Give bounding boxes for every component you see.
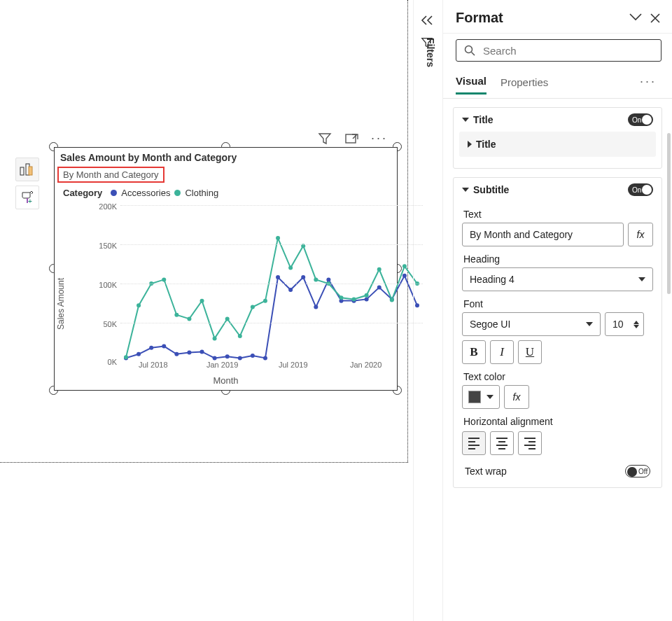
format-scrollbar[interactable] [665,133,671,616]
chevron-down-icon [486,395,493,399]
svg-point-51 [402,264,407,268]
collapse-pane-icon[interactable] [629,13,643,24]
svg-point-34 [187,316,191,321]
legend-series-accessories: Accessories [121,188,170,198]
svg-point-6 [136,352,141,356]
text-color-label: Text color [463,371,652,382]
svg-point-42 [288,266,293,270]
visual-type-button[interactable] [15,158,39,181]
title-inner-label: Title [476,139,496,150]
svg-point-32 [162,277,166,281]
text-wrap-toggle[interactable]: Off [625,465,650,477]
subtitle-heading-label: Heading [463,253,652,265]
svg-point-40 [263,299,267,303]
chevron-down-icon [462,118,469,122]
filter-icon[interactable] [318,132,332,146]
search-input-wrapper[interactable] [456,39,662,62]
svg-text:+: + [28,197,32,204]
svg-point-12 [213,356,217,360]
y-tick-2: 100K [99,281,117,289]
svg-point-37 [225,316,230,321]
text-color-fx-button[interactable]: fx [504,385,529,409]
svg-point-9 [174,352,178,356]
svg-point-44 [314,277,318,281]
text-color-picker[interactable] [462,385,500,409]
y-tick-1: 150K [99,242,117,250]
chart-visual[interactable]: Sales Amount by Month and Category By Mo… [54,147,398,391]
filters-pane-collapsed: Filters [413,0,441,621]
color-swatch [468,391,481,403]
svg-point-27 [402,274,407,278]
close-pane-icon[interactable] [650,13,661,24]
subtitle-heading-select[interactable]: Heading 4 [462,267,653,291]
tab-visual[interactable]: Visual [456,75,486,95]
svg-point-33 [174,313,178,317]
subtitle-text-fx-button[interactable]: fx [628,223,653,246]
svg-point-7 [149,346,153,350]
svg-point-25 [377,286,382,290]
svg-point-14 [238,356,242,360]
legend-marker-clothing [174,190,181,196]
x-axis-label: Month [213,375,238,386]
svg-rect-0 [20,167,24,175]
format-pane-header: Format [443,0,672,34]
format-paint-button[interactable]: + [15,186,39,209]
search-input[interactable] [482,44,654,57]
chart-legend: Category Accessories Clothing [63,188,218,198]
filters-expand-button[interactable] [419,14,435,27]
legend-marker-accessories [111,190,117,196]
svg-point-21 [326,277,330,281]
subtitle-toggle[interactable]: On [628,183,653,196]
search-icon [463,44,476,57]
subtitle-section: Subtitle On Text By Month and Category f… [453,177,662,488]
align-right-button[interactable] [518,431,542,455]
chevron-down-icon [638,277,645,281]
italic-button[interactable]: I [490,340,514,364]
svg-point-29 [124,355,128,359]
title-section: Title On Title [453,107,662,169]
bold-button[interactable]: B [462,340,486,364]
focus-mode-icon[interactable] [344,132,358,146]
chevron-down-icon [462,188,469,192]
tabs-more-icon[interactable]: ··· [640,74,657,89]
underline-button[interactable]: U [518,340,542,364]
title-inner-section[interactable]: Title [459,132,656,157]
tab-properties[interactable]: Properties [500,76,548,94]
svg-point-47 [352,297,356,301]
svg-point-36 [213,336,217,340]
svg-point-15 [251,354,255,358]
y-axis-label: Sales Amount [56,278,66,330]
align-center-button[interactable] [490,431,514,455]
visual-edit-toolbar: + [15,158,39,209]
svg-rect-2 [29,167,32,175]
y-tick-0: 200K [99,202,117,211]
font-size-stepper[interactable]: 10 [605,312,644,336]
subtitle-text-input[interactable]: By Month and Category [462,223,624,246]
title-section-header[interactable]: Title On [454,108,662,132]
svg-point-48 [365,293,369,298]
horiz-align-label: Horizontal alignment [463,416,652,427]
more-options-icon[interactable]: ··· [371,131,388,146]
svg-point-13 [225,354,230,358]
svg-point-24 [365,297,369,301]
text-wrap-label: Text wrap [465,466,507,477]
svg-point-50 [390,298,394,302]
legend-label: Category [63,188,102,198]
subtitle-section-label: Subtitle [473,184,509,195]
format-tabs: Visual Properties ··· [443,71,672,98]
svg-point-16 [263,356,267,360]
title-toggle[interactable]: On [628,113,653,126]
chart-title: Sales Amount by Month and Category [60,152,237,163]
y-tick-3: 50K [103,320,117,328]
subtitle-section-header[interactable]: Subtitle On [454,178,662,202]
svg-rect-4 [346,134,356,143]
chart-subtitle: By Month and Category [57,167,164,183]
filters-pane-label[interactable]: Filters [425,38,436,67]
svg-point-41 [276,236,280,240]
format-pane: Format Visual Properties ··· [442,0,672,621]
font-family-select[interactable]: Segoe UI [462,312,601,336]
svg-point-19 [301,275,305,279]
subtitle-font-label: Font [463,298,652,309]
align-left-button[interactable] [462,431,486,455]
svg-point-49 [377,267,382,272]
